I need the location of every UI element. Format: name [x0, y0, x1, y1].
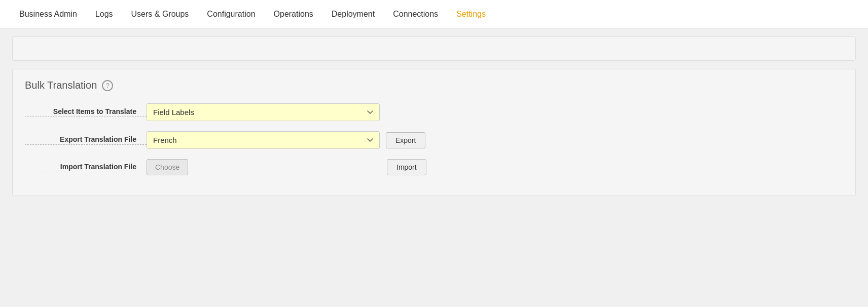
import-file-label: Import Translation File — [25, 163, 147, 172]
nav-item-operations[interactable]: Operations — [265, 0, 322, 28]
import-button[interactable]: Import — [387, 159, 426, 175]
nav-item-configuration[interactable]: Configuration — [198, 0, 264, 28]
navbar: Business AdminLogsUsers & GroupsConfigur… — [0, 0, 868, 28]
choose-file-button[interactable]: Choose — [147, 159, 188, 175]
nav-item-connections[interactable]: Connections — [384, 0, 447, 28]
export-file-wrapper: French Spanish German Italian Portuguese… — [147, 131, 843, 149]
import-file-wrapper: Choose Import — [147, 159, 843, 175]
export-file-label: Export Translation File — [25, 135, 147, 145]
nav-item-deployment[interactable]: Deployment — [322, 0, 384, 28]
select-items-label: Select Items to Translate — [25, 107, 147, 117]
nav-item-users-groups[interactable]: Users & Groups — [122, 0, 198, 28]
export-file-row: Export Translation File French Spanish G… — [25, 131, 843, 149]
page-content: Bulk Translation ? Select Items to Trans… — [0, 28, 868, 212]
export-button[interactable]: Export — [386, 132, 425, 148]
top-card — [12, 36, 856, 61]
nav-item-logs[interactable]: Logs — [86, 0, 122, 28]
select-items-wrapper: Field Labels Messages Screens Reports — [147, 103, 843, 121]
help-icon[interactable]: ? — [102, 80, 113, 91]
bulk-translation-card: Bulk Translation ? Select Items to Trans… — [12, 69, 856, 196]
nav-item-business-admin[interactable]: Business Admin — [10, 0, 86, 28]
bulk-translation-title: Bulk Translation — [25, 80, 97, 91]
nav-item-settings[interactable]: Settings — [447, 0, 495, 28]
select-items-row: Select Items to Translate Field Labels M… — [25, 103, 843, 121]
select-items-dropdown[interactable]: Field Labels Messages Screens Reports — [147, 103, 380, 121]
import-file-row: Import Translation File Choose Import — [25, 159, 843, 175]
section-title-wrapper: Bulk Translation ? — [25, 80, 843, 91]
export-language-dropdown[interactable]: French Spanish German Italian Portuguese… — [147, 131, 380, 149]
